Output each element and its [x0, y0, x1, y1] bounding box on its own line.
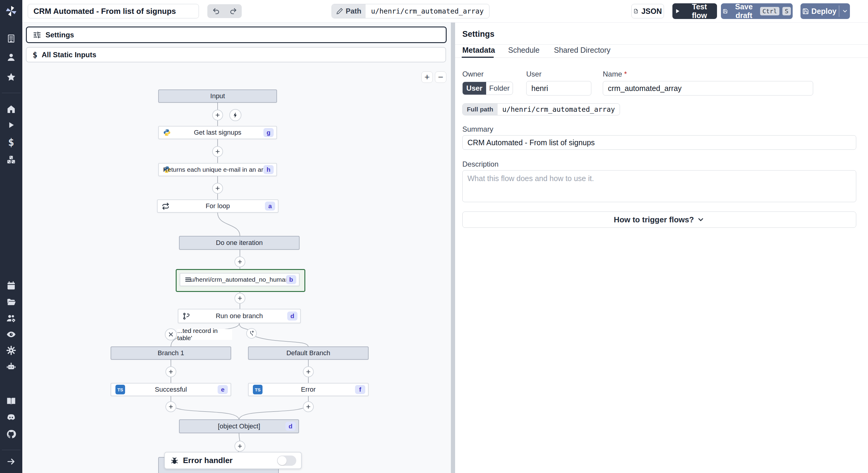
save-draft-label: Save draft: [731, 2, 757, 20]
dollar-icon: $: [33, 50, 37, 59]
add-step-icon[interactable]: [165, 366, 176, 377]
step-get-last-signups[interactable]: Get last signups g: [158, 126, 277, 139]
all-static-inputs-bar[interactable]: $ All Static Inputs: [26, 47, 446, 62]
required-asterisk: *: [624, 70, 627, 78]
test-flow-button[interactable]: Test flow: [673, 3, 717, 19]
flow-input-node[interactable]: Input: [158, 90, 277, 103]
tab-shared-directory[interactable]: Shared Directory: [554, 46, 611, 55]
add-step-icon[interactable]: [212, 110, 223, 121]
zoom-out-button[interactable]: −: [435, 71, 446, 83]
tab-schedule[interactable]: Schedule: [508, 46, 539, 55]
folders-icon[interactable]: [6, 297, 16, 307]
save-draft-button[interactable]: Save draft Ctrl S: [721, 3, 793, 19]
redo-button[interactable]: [226, 7, 240, 15]
default-branch-node[interactable]: Default Branch: [248, 346, 369, 360]
how-to-trigger-button[interactable]: How to trigger flows?: [462, 212, 856, 228]
discord-icon[interactable]: [6, 412, 16, 423]
divider: [455, 44, 868, 44]
panel-title: Settings: [462, 30, 495, 39]
docs-book-icon[interactable]: [6, 396, 16, 406]
step-unique-emails[interactable]: Returns each unique e-mail in an array h: [158, 163, 277, 176]
github-icon[interactable]: [6, 429, 16, 439]
menu-lines-icon: [184, 276, 192, 283]
tab-metadata[interactable]: Metadata: [462, 46, 495, 55]
branch1-node[interactable]: Branch 1: [111, 346, 231, 360]
summary-input[interactable]: [462, 135, 856, 150]
user-icon[interactable]: [6, 53, 16, 62]
chevron-down-icon: [697, 216, 705, 224]
step-successful[interactable]: TS Successful e: [111, 383, 231, 396]
chevron-down-icon[interactable]: [842, 8, 848, 14]
json-button[interactable]: JSON: [631, 4, 664, 19]
add-step-icon[interactable]: [303, 401, 314, 412]
add-step-icon[interactable]: [235, 441, 245, 452]
typescript-icon: TS: [253, 385, 262, 395]
runs-play-icon[interactable]: [7, 121, 16, 130]
error-handler-label: Error handler: [183, 456, 233, 465]
panel-resize-divider[interactable]: [451, 22, 455, 473]
name-input[interactable]: [603, 81, 813, 95]
deploy-label: Deploy: [811, 7, 836, 16]
owner-label: Owner: [462, 70, 484, 78]
full-path-value: u/henri/crm_automated_array: [498, 104, 620, 115]
add-step-icon[interactable]: [212, 146, 223, 157]
save-icon: [723, 8, 728, 15]
deploy-button[interactable]: Deploy: [801, 3, 850, 19]
star-icon[interactable]: [6, 72, 16, 82]
flow-path-field[interactable]: Path u/henri/crm_automated_array: [332, 4, 490, 19]
branch1-label: Branch 1: [111, 349, 230, 357]
iteration-label: Do one iteration: [180, 239, 299, 247]
step-id-badge: b: [286, 275, 296, 284]
branch-result-node[interactable]: [object Object] d: [179, 419, 299, 433]
do-one-iteration-node[interactable]: Do one iteration: [179, 236, 300, 250]
remove-branch-x-icon[interactable]: [165, 328, 177, 341]
add-branch-icon[interactable]: [246, 328, 257, 339]
default-branch-label: Default Branch: [249, 349, 368, 357]
step-subflow[interactable]: u/henri/crm_automated_no_human b: [180, 273, 300, 286]
step-error[interactable]: TS Error f: [248, 383, 369, 396]
trigger-bolt-icon[interactable]: [229, 109, 241, 121]
owner-folder-option[interactable]: Folder: [486, 82, 513, 95]
summary-label: Summary: [462, 125, 493, 133]
variables-dollar-icon[interactable]: $: [8, 136, 14, 148]
groups-users-cog-icon[interactable]: [6, 313, 16, 323]
windmill-logo-icon[interactable]: [4, 4, 18, 18]
resources-boxes-icon[interactable]: [6, 155, 16, 164]
workers-bot-icon[interactable]: [6, 361, 16, 372]
path-label: Path: [346, 7, 361, 15]
step-run-one-branch[interactable]: Run one branch d: [178, 309, 301, 323]
add-step-icon[interactable]: [212, 183, 223, 194]
add-step-icon[interactable]: [235, 293, 245, 304]
settings-gear-icon[interactable]: [6, 345, 16, 355]
toggle-knob: [278, 456, 287, 465]
app-sidebar: $: [0, 0, 22, 473]
zoom-in-button[interactable]: +: [421, 71, 433, 83]
add-step-icon[interactable]: [303, 366, 314, 377]
user-input[interactable]: [526, 81, 591, 95]
step-for-loop[interactable]: For loop a: [157, 199, 278, 213]
error-handler-toggle[interactable]: [277, 455, 296, 466]
result-label: [object Object]: [180, 422, 299, 430]
test-flow-label: Test flow: [684, 2, 715, 20]
active-tab-underline: [462, 57, 494, 58]
schedules-calendar-icon[interactable]: [6, 281, 16, 290]
full-path-chip: Full path: [463, 104, 498, 115]
undo-button[interactable]: [209, 7, 223, 15]
owner-user-option[interactable]: User: [463, 82, 486, 95]
step-id-badge: f: [355, 385, 365, 394]
expand-arrow-icon[interactable]: [6, 457, 16, 466]
building-icon[interactable]: [6, 34, 16, 43]
error-handler-card[interactable]: Error handler: [164, 452, 302, 469]
home-icon[interactable]: [6, 104, 16, 114]
step-id-badge: d: [287, 312, 298, 321]
topbar: Path u/henri/crm_automated_array JSON Te…: [22, 0, 868, 23]
audit-eye-icon[interactable]: [6, 329, 16, 340]
python-icon: [163, 129, 171, 136]
flow-name-input[interactable]: [28, 4, 199, 19]
step-id-badge: e: [218, 385, 228, 394]
description-textarea[interactable]: [462, 170, 856, 202]
add-step-icon[interactable]: [165, 401, 176, 412]
add-step-icon[interactable]: [235, 256, 245, 267]
flow-settings-bar[interactable]: Settings: [26, 27, 447, 43]
deploy-separator: [839, 5, 839, 17]
